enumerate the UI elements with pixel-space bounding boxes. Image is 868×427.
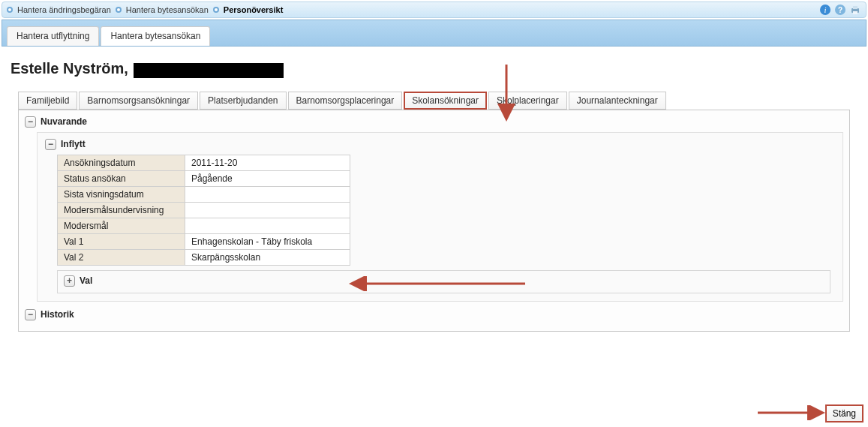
table-row: Sista visningsdatum [58,186,350,202]
help-icon[interactable]: ? [834,4,846,16]
svg-rect-6 [853,11,857,14]
kv-key: Status ansökan [58,170,185,186]
section-val-header: + Val [64,275,824,287]
section-historik-header: − Historik [25,309,843,320]
section-nuvarande-label: Nuvarande [41,116,87,127]
svg-rect-5 [853,6,857,9]
kv-val: Pågående [185,170,350,186]
panel-val: + Val [57,270,830,293]
svg-text:i: i [824,5,826,14]
breadcrumb-bullet-icon [213,7,219,13]
kv-key: Val 2 [58,249,185,265]
maintab-hantera-utflyttning[interactable]: Hantera utflyttning [7,26,99,46]
page-title: Estelle Nyström, [11,56,857,89]
content-panel: − Nuvarande − Inflytt Ansökningsdatum201… [18,110,850,332]
tab-barnomsorgsplaceringar[interactable]: Barnomsorgsplaceringar [288,92,403,110]
section-nuvarande-header: − Nuvarande [25,116,843,128]
breadcrumb-step-3: Personöversikt [224,5,283,14]
inner-tab-bar: Familjebild Barnomsorgsansökningar Plats… [18,92,857,110]
section-inflytt-label: Inflytt [61,139,86,149]
kv-key: Ansökningsdatum [58,155,185,170]
tab-familjebild[interactable]: Familjebild [18,92,77,110]
breadcrumb-bullet-icon [7,7,13,13]
collapse-toggle-nuvarande[interactable]: − [25,116,36,128]
page-body: Estelle Nyström, Familjebild Barnomsorgs… [0,48,868,339]
top-bar: Hantera ändringsbegäran Hantera bytesans… [2,2,866,18]
collapse-toggle-inflytt[interactable]: − [45,139,56,150]
table-row: Ansökningsdatum2011-11-20 [58,155,350,170]
kv-key: Val 1 [58,233,185,249]
inflytt-table: Ansökningsdatum2011-11-20 Status ansökan… [57,155,350,266]
collapse-toggle-historik[interactable]: − [25,309,36,320]
info-icon[interactable]: i [819,4,831,16]
table-row: Status ansökanPågående [58,170,350,186]
kv-val: Skarpängsskolan [185,249,350,265]
kv-val: Enhagenskolan - Täby friskola [185,233,350,249]
table-row: Val 1Enhagenskolan - Täby friskola [58,233,350,249]
panel-inflytt: − Inflytt Ansökningsdatum2011-11-20 Stat… [37,132,843,302]
breadcrumb: Hantera ändringsbegäran Hantera bytesans… [7,5,283,14]
tab-skolansokningar[interactable]: Skolansökningar [404,92,487,110]
collapse-toggle-val[interactable]: + [64,275,75,287]
main-tab-bar: Hantera utflyttning Hantera bytesansökan [2,20,866,47]
topbar-icons: i ? [819,4,861,16]
table-row: Val 2Skarpängsskolan [58,249,350,265]
kv-key: Modersmål [58,218,185,233]
table-row: Modersmålsundervisning [58,202,350,218]
section-val-label: Val [80,275,92,286]
print-icon[interactable] [849,4,861,16]
breadcrumb-step-1[interactable]: Hantera ändringsbegäran [17,5,111,14]
tab-journalanteckningar[interactable]: Journalanteckningar [569,92,666,110]
kv-val [185,218,350,233]
section-inflytt-header: − Inflytt [45,139,835,150]
close-button[interactable]: Stäng [825,404,863,422]
kv-val: 2011-11-20 [185,155,350,170]
maintab-hantera-bytesansokan[interactable]: Hantera bytesansökan [101,26,210,46]
tab-barnomsorgsansokningar[interactable]: Barnomsorgsansökningar [79,92,198,110]
redacted-ssn [134,63,284,78]
kv-key: Modersmålsundervisning [58,202,185,218]
table-row: Modersmål [58,218,350,233]
kv-val [185,186,350,202]
kv-key: Sista visningsdatum [58,186,185,202]
breadcrumb-step-2[interactable]: Hantera bytesansökan [126,5,209,14]
person-name: Estelle Nyström, [11,60,132,77]
annotation-arrow-right-icon [758,405,825,420]
kv-val [185,202,350,218]
section-historik-label: Historik [41,309,74,320]
tab-skolplaceringar[interactable]: Skolplaceringar [488,92,567,110]
svg-text:?: ? [838,6,842,14]
tab-platserbjudanden[interactable]: Platserbjudanden [200,92,286,110]
breadcrumb-bullet-icon [116,7,122,13]
